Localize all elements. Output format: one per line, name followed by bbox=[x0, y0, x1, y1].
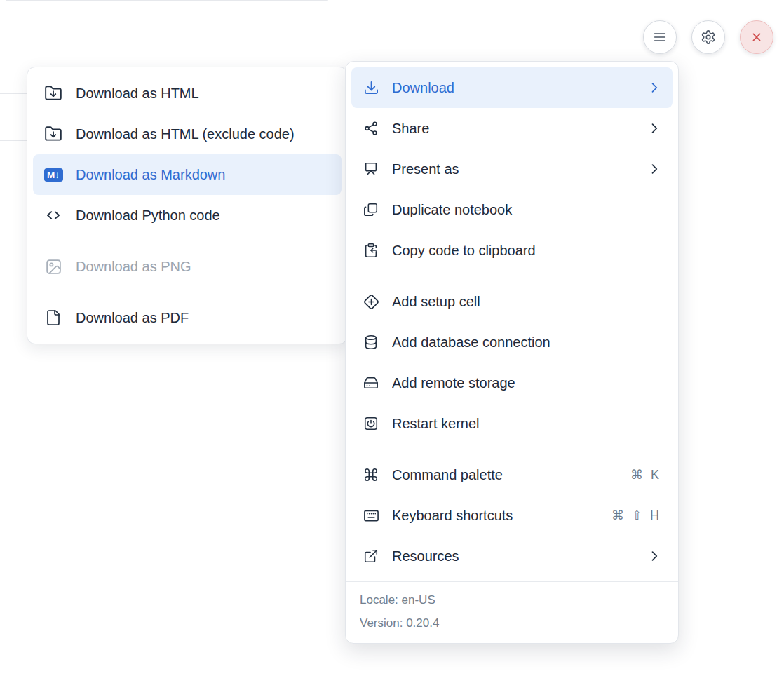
menu-item-label: Add remote storage bbox=[392, 375, 661, 391]
menu-item-label: Add setup cell bbox=[392, 294, 661, 310]
shortcut-hint: ⌘ K bbox=[630, 467, 661, 482]
folder-download-icon bbox=[43, 84, 64, 102]
chevron-right-icon bbox=[647, 81, 661, 95]
close-icon bbox=[750, 30, 764, 44]
menu-item-label: Download as PDF bbox=[76, 310, 332, 326]
menu-divider bbox=[27, 241, 347, 241]
cell-border-bottom bbox=[0, 140, 27, 141]
notebook-actions-toolbar bbox=[643, 20, 773, 54]
folder-download-icon bbox=[43, 125, 64, 143]
menu-divider bbox=[346, 581, 678, 582]
keyboard-icon bbox=[363, 508, 379, 524]
clipboard-copy-icon bbox=[363, 243, 379, 258]
menu-item-resources[interactable]: Resources bbox=[351, 536, 673, 576]
menu-item-label: Resources bbox=[392, 548, 635, 564]
menu-item-label: Share bbox=[392, 121, 635, 137]
cell-border-top bbox=[0, 93, 27, 94]
share-icon bbox=[363, 121, 379, 136]
menu-item-duplicate-notebook[interactable]: Duplicate notebook bbox=[351, 189, 673, 230]
menu-item-add-database-connection[interactable]: Add database connection bbox=[351, 322, 673, 363]
notebook-menu-button[interactable] bbox=[643, 20, 677, 54]
code-icon bbox=[43, 206, 64, 224]
menu-item-download-python-code[interactable]: Download Python code bbox=[33, 195, 342, 236]
power-square-icon bbox=[363, 416, 379, 431]
menu-item-add-setup-cell[interactable]: Add setup cell bbox=[351, 281, 673, 322]
file-icon bbox=[43, 309, 64, 326]
database-icon bbox=[363, 334, 379, 350]
menu-item-copy-code-to-clipboard[interactable]: Copy code to clipboard bbox=[351, 230, 673, 271]
menu-item-label: Download as PNG bbox=[76, 259, 332, 275]
chevron-right-icon bbox=[647, 549, 661, 563]
page-top-border bbox=[6, 0, 328, 1]
menu-item-label: Add database connection bbox=[392, 334, 661, 351]
menu-item-label: Present as bbox=[392, 161, 635, 177]
hard-drive-icon bbox=[363, 375, 379, 391]
chevron-right-icon bbox=[647, 121, 661, 135]
download-submenu: Download as HTML Download as HTML (exclu… bbox=[27, 67, 348, 344]
menu-divider bbox=[346, 276, 678, 276]
locale-text: Locale: en-US bbox=[360, 588, 664, 611]
menu-item-label: Restart kernel bbox=[392, 416, 661, 432]
settings-button[interactable] bbox=[691, 20, 725, 54]
chevron-right-icon bbox=[647, 162, 661, 176]
menu-item-download[interactable]: Download bbox=[351, 67, 673, 108]
version-text: Version: 0.20.4 bbox=[360, 611, 664, 635]
menu-item-present-as[interactable]: Present as bbox=[351, 149, 673, 189]
menu-item-label: Download Python code bbox=[76, 208, 332, 224]
menu-item-label: Copy code to clipboard bbox=[392, 243, 661, 259]
image-icon bbox=[43, 258, 64, 276]
menu-item-label: Download as Markdown bbox=[76, 167, 332, 183]
menu-item-label: Keyboard shortcuts bbox=[392, 508, 599, 524]
command-icon bbox=[363, 467, 379, 482]
diamond-plus-icon bbox=[363, 294, 379, 310]
menu-item-download-as-html-exclude-code[interactable]: Download as HTML (exclude code) bbox=[33, 114, 342, 154]
menu-divider bbox=[27, 292, 347, 292]
close-button[interactable] bbox=[740, 20, 773, 54]
copy-icon bbox=[363, 202, 379, 217]
menu-item-restart-kernel[interactable]: Restart kernel bbox=[351, 403, 673, 444]
menu-item-label: Download bbox=[392, 80, 635, 96]
gear-icon bbox=[701, 29, 716, 45]
menu-item-command-palette[interactable]: Command palette ⌘ K bbox=[351, 454, 673, 495]
presentation-icon bbox=[363, 161, 379, 177]
menu-footer: Locale: en-US Version: 0.20.4 bbox=[351, 587, 673, 637]
markdown-icon: M↓ bbox=[43, 168, 64, 182]
menu-item-download-as-markdown[interactable]: M↓ Download as Markdown bbox=[33, 154, 342, 195]
menu-item-download-as-html[interactable]: Download as HTML bbox=[33, 73, 342, 114]
notebook-menu: Download Share Present as Duplicate note… bbox=[345, 61, 679, 644]
shortcut-hint: ⌘ ⇧ H bbox=[611, 508, 661, 523]
menu-item-download-as-pdf[interactable]: Download as PDF bbox=[33, 297, 342, 338]
menu-item-download-as-png[interactable]: Download as PNG bbox=[33, 246, 342, 287]
menu-item-label: Download as HTML (exclude code) bbox=[76, 126, 332, 142]
menu-item-keyboard-shortcuts[interactable]: Keyboard shortcuts ⌘ ⇧ H bbox=[351, 495, 673, 536]
menu-item-label: Download as HTML bbox=[76, 86, 332, 102]
download-icon bbox=[363, 80, 379, 96]
menu-item-share[interactable]: Share bbox=[351, 108, 673, 149]
menu-divider bbox=[346, 449, 678, 449]
menu-item-label: Duplicate notebook bbox=[392, 202, 661, 218]
hamburger-icon bbox=[652, 29, 668, 45]
external-link-icon bbox=[363, 548, 379, 564]
menu-item-label: Command palette bbox=[392, 467, 618, 483]
menu-item-add-remote-storage[interactable]: Add remote storage bbox=[351, 363, 673, 403]
